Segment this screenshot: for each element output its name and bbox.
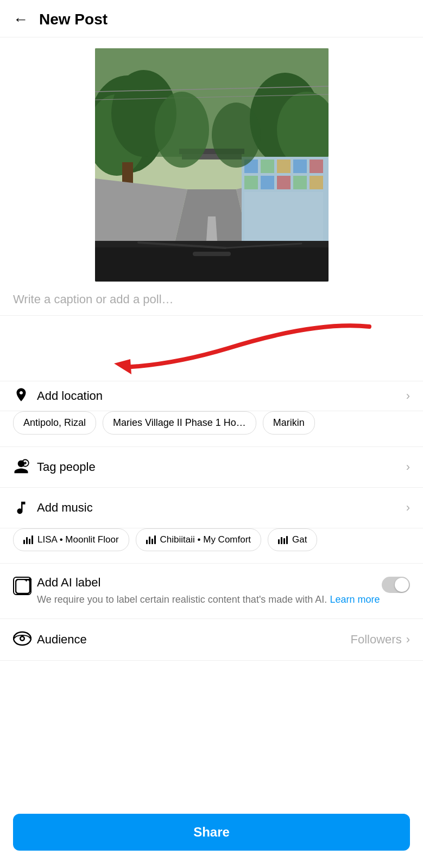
- header: ← New Post: [0, 0, 423, 37]
- audience-row[interactable]: Audience Followers ›: [0, 619, 423, 661]
- location-chip-2[interactable]: Maries Village II Phase 1 Ho…: [103, 411, 256, 435]
- svg-rect-25: [293, 176, 307, 189]
- learn-more-link[interactable]: Learn more: [330, 594, 380, 605]
- ai-label-title: Add AI label: [37, 576, 382, 590]
- ai-toggle-wrap[interactable]: [382, 576, 410, 593]
- person-icon: [13, 459, 29, 475]
- svg-rect-34: [193, 252, 231, 256]
- location-icon-wrap: [13, 387, 37, 405]
- svg-marker-37: [114, 359, 131, 374]
- audience-icon-wrap: [13, 631, 37, 648]
- svg-rect-22: [244, 176, 258, 189]
- music-chip-2[interactable]: Chibiitaii • My Comfort: [136, 528, 262, 551]
- svg-rect-18: [261, 159, 274, 173]
- music-icon-wrap: [13, 500, 37, 516]
- add-location-row[interactable]: Add location ›: [0, 381, 423, 411]
- music-bar-icon-3: [278, 535, 288, 544]
- audience-label: Audience: [37, 633, 351, 647]
- location-chips-row: Antipolo, Rizal Maries Village II Phase …: [0, 411, 423, 447]
- audience-value: Followers: [351, 633, 402, 647]
- svg-rect-20: [293, 159, 307, 173]
- music-bar-icon-1: [23, 535, 33, 544]
- location-icon: [13, 387, 29, 405]
- svg-rect-21: [310, 159, 323, 173]
- svg-text:✦: ✦: [24, 579, 29, 583]
- page-title: New Post: [39, 11, 108, 28]
- svg-rect-23: [261, 176, 274, 189]
- svg-rect-30: [95, 244, 329, 282]
- tag-people-row[interactable]: Tag people ›: [0, 447, 423, 488]
- svg-rect-41: [16, 579, 30, 593]
- ai-label-content: Add AI label We require you to label cer…: [37, 576, 382, 607]
- svg-rect-19: [277, 159, 291, 173]
- music-chevron: ›: [406, 501, 410, 515]
- svg-point-35: [155, 92, 209, 168]
- add-music-row[interactable]: Add music ›: [0, 488, 423, 528]
- caption-placeholder: Write a caption or add a poll…: [13, 292, 174, 306]
- ai-label-row[interactable]: ✦ Add AI label We require you to label c…: [0, 564, 423, 619]
- back-button[interactable]: ←: [13, 11, 28, 28]
- music-chip-1[interactable]: LISA • Moonlit Floor: [13, 528, 129, 551]
- add-location-label: Add location: [37, 389, 406, 403]
- music-chips-row: LISA • Moonlit Floor Chibiitaii • My Com…: [0, 528, 423, 564]
- image-preview-container: [0, 37, 423, 282]
- music-chip-3[interactable]: Gat: [268, 528, 317, 551]
- ai-icon-wrap: ✦: [13, 576, 37, 595]
- tag-people-chevron: ›: [406, 460, 410, 474]
- ai-label-icon: ✦: [13, 577, 31, 595]
- audience-icon: [13, 631, 31, 646]
- tag-people-icon-wrap: [13, 459, 37, 475]
- add-music-label: Add music: [37, 501, 406, 515]
- location-chevron: ›: [406, 389, 410, 403]
- post-image: [95, 48, 329, 282]
- location-chip-3[interactable]: Marikin: [263, 411, 315, 435]
- svg-point-45: [21, 637, 24, 640]
- share-button[interactable]: Share: [13, 814, 410, 851]
- svg-point-36: [212, 103, 261, 168]
- music-bar-icon-2: [146, 535, 156, 544]
- ai-label-toggle[interactable]: [382, 577, 410, 593]
- tag-people-label: Tag people: [37, 460, 406, 474]
- arrow-annotation: [0, 316, 423, 381]
- caption-area[interactable]: Write a caption or add a poll…: [0, 282, 423, 316]
- ai-label-description: We require you to label certain realisti…: [37, 593, 382, 607]
- svg-rect-26: [310, 176, 323, 189]
- svg-rect-24: [277, 176, 291, 189]
- audience-chevron: ›: [406, 633, 410, 647]
- music-icon: [13, 500, 29, 516]
- location-chip-1[interactable]: Antipolo, Rizal: [13, 411, 96, 435]
- share-button-container: Share: [0, 805, 423, 868]
